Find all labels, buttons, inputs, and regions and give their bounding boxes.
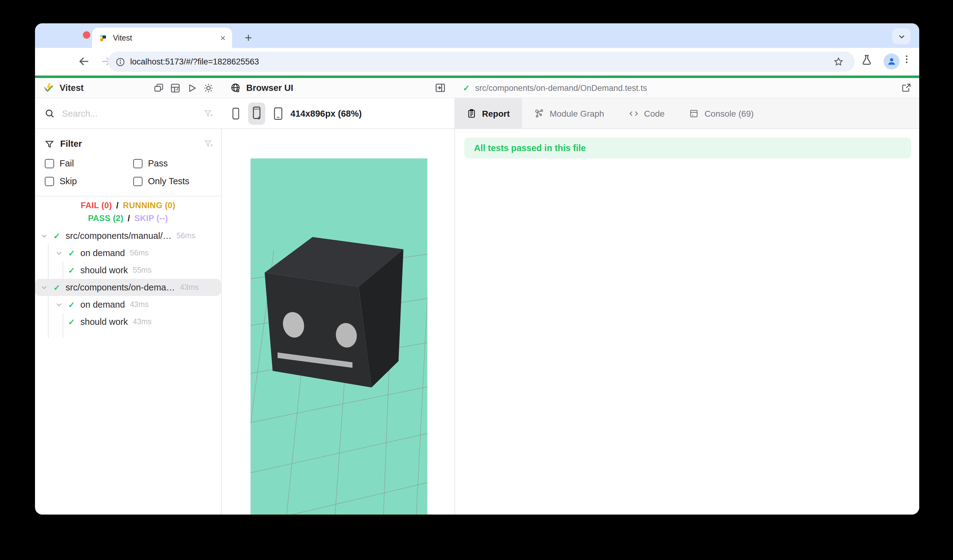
test-tree: ✓ src/components/manual/… 56ms ✓ on dema…: [35, 227, 221, 338]
test-duration: 43ms: [180, 283, 199, 292]
pass-label: Pass: [148, 158, 168, 168]
device-phone-small-icon[interactable]: [231, 107, 240, 120]
vitest-ui: Vitest Browser UI ✓ src/components/on-de…: [35, 78, 919, 515]
report-clipboard-icon: [467, 109, 476, 118]
chevron-down-icon[interactable]: [55, 249, 63, 257]
chevron-down-icon: [897, 32, 905, 40]
test-duration: 56ms: [177, 231, 195, 240]
browser-tab[interactable]: Vitest: [92, 28, 232, 48]
report-banner: All tests passed in this file: [464, 138, 911, 158]
status-summary-line-2: PASS (2) / SKIP (--): [35, 214, 221, 223]
new-tab-button[interactable]: [240, 29, 256, 45]
test-browser-viewport: [250, 158, 427, 515]
clear-filter-icon[interactable]: [204, 139, 214, 149]
pass-check-icon: ✓: [68, 317, 75, 326]
status-separator: /: [126, 214, 132, 223]
filter-option-fail[interactable]: Fail: [45, 158, 74, 168]
dock-panel-right-icon[interactable]: [435, 82, 446, 93]
status-summary-line-1: FAIL (0) / RUNNING (0): [35, 201, 221, 210]
tree-file-row-selected[interactable]: ✓ src/components/on-dema… 43ms: [35, 279, 221, 296]
tree-suite-row[interactable]: ✓ on demand 56ms: [35, 244, 221, 262]
browser-menu-icon[interactable]: [902, 54, 912, 65]
filter-option-only-tests[interactable]: Only Tests: [133, 176, 189, 186]
browser-window: Vitest localhost:5173/#/?file=1828625563: [35, 23, 919, 515]
vitest-progress-bar: [35, 76, 919, 78]
test-file-name: src/components/manual/…: [66, 231, 172, 241]
window-close-button[interactable]: [83, 31, 90, 39]
tree-file-row[interactable]: ✓ src/components/manual/… 56ms: [35, 227, 221, 244]
run-all-icon[interactable]: [187, 82, 197, 93]
clear-search-filter-icon[interactable]: [204, 109, 214, 118]
dashboard-icon[interactable]: [170, 82, 180, 93]
tab-title: Vitest: [113, 34, 220, 42]
collapse-panels-icon[interactable]: [154, 82, 164, 93]
console-icon: [689, 109, 699, 118]
tree-test-row[interactable]: ✓ should work 43ms: [35, 313, 221, 330]
divider: [35, 196, 221, 197]
only-tests-label: Only Tests: [148, 176, 189, 186]
search-input[interactable]: [61, 108, 186, 119]
filter-option-pass[interactable]: Pass: [133, 158, 168, 168]
divider: [221, 78, 222, 515]
bookmark-star-icon[interactable]: [833, 56, 844, 67]
experiments-flask-icon[interactable]: [861, 54, 872, 66]
module-graph-icon: [534, 109, 544, 118]
chevron-down-icon[interactable]: [40, 284, 48, 291]
plus-icon: [244, 33, 253, 42]
test-duration: 55ms: [133, 266, 152, 275]
fail-checkbox[interactable]: [45, 159, 54, 168]
skip-checkbox[interactable]: [45, 177, 54, 186]
site-info-icon[interactable]: [115, 57, 125, 67]
robot-cube: [265, 237, 404, 388]
app-title: Vitest: [60, 83, 84, 93]
fail-label: Fail: [60, 158, 74, 168]
status-separator: /: [114, 201, 120, 210]
panel-tabs: Report Module Graph Code Console (69): [455, 98, 919, 129]
running-count: RUNNING (0): [123, 201, 175, 210]
tab-close-icon[interactable]: [220, 35, 226, 41]
tree-suite-row[interactable]: ✓ on demand 43ms: [35, 296, 221, 313]
tab-report[interactable]: Report: [455, 98, 522, 128]
pass-check-icon: ✓: [53, 231, 60, 240]
chevron-down-icon[interactable]: [55, 301, 63, 308]
test-name: should work: [81, 317, 128, 327]
test-name: should work: [81, 265, 128, 275]
filter-header: Filter: [45, 139, 82, 149]
tab-search-button[interactable]: [892, 28, 911, 44]
back-button[interactable]: [78, 55, 90, 68]
code-icon: [629, 109, 639, 118]
url-text: localhost:5173/#/?file=1828625563: [130, 57, 259, 66]
browser-toolbar: localhost:5173/#/?file=1828625563: [35, 48, 919, 76]
test-duration: 43ms: [133, 318, 152, 326]
pass-check-icon: ✓: [68, 265, 75, 275]
theme-toggle-sun-icon[interactable]: [203, 82, 214, 93]
fail-count: FAIL (0): [81, 201, 112, 210]
tree-test-row[interactable]: ✓ should work 55ms: [35, 262, 221, 279]
globe-icon: [230, 82, 241, 93]
pass-checkbox[interactable]: [133, 159, 143, 168]
suite-name: on demand: [81, 299, 125, 309]
only-tests-checkbox[interactable]: [133, 177, 143, 186]
test-file-name: src/components/on-dema…: [66, 282, 175, 292]
test-duration: 43ms: [130, 300, 149, 309]
tab-module-graph-label: Module Graph: [549, 109, 604, 118]
divider: [455, 78, 455, 515]
tab-code[interactable]: Code: [616, 98, 677, 128]
profile-avatar[interactable]: [884, 53, 900, 70]
vitest-favicon: [98, 33, 107, 42]
chevron-down-icon[interactable]: [40, 232, 48, 239]
device-tablet-icon[interactable]: [273, 106, 283, 121]
address-bar[interactable]: localhost:5173/#/?file=1828625563: [108, 51, 855, 72]
filter-title: Filter: [60, 139, 82, 149]
tab-console[interactable]: Console (69): [677, 98, 766, 128]
tab-report-label: Report: [482, 109, 510, 118]
filter-option-skip[interactable]: Skip: [45, 176, 77, 186]
pass-check-icon: ✓: [68, 248, 75, 258]
app-header-right: ✓ src/components/on-demand/OnDemand.test…: [455, 78, 919, 98]
open-external-icon[interactable]: [902, 83, 911, 93]
search-row: [35, 98, 221, 129]
app-header-middle: Browser UI: [221, 78, 455, 98]
device-phone-selected-icon[interactable]: [248, 102, 265, 124]
test-duration: 56ms: [130, 249, 149, 257]
tab-module-graph[interactable]: Module Graph: [522, 98, 616, 128]
